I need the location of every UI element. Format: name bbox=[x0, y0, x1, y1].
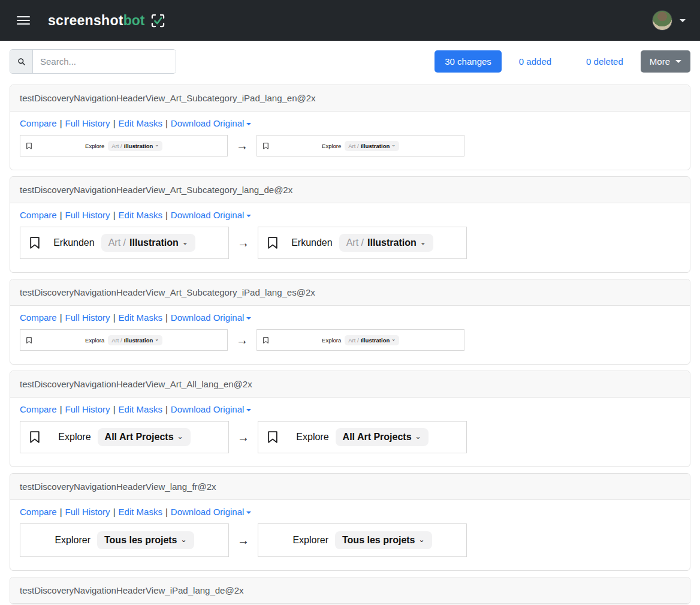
pill-chevron-down-icon: ⌄ bbox=[182, 239, 188, 246]
test-card: testDiscoveryNavigationHeaderView_lang_f… bbox=[10, 473, 690, 571]
download-original-dropdown[interactable]: Download Original bbox=[171, 210, 252, 220]
card-title: testDiscoveryNavigationHeaderView_iPad_l… bbox=[10, 577, 690, 604]
pill-chevron-down-icon: ⌄ bbox=[155, 337, 159, 342]
full-history-link[interactable]: Full History bbox=[65, 404, 110, 414]
screenshot-after[interactable]: Explorer Tous les projets⌄ bbox=[258, 523, 467, 557]
edit-masks-link[interactable]: Edit Masks bbox=[119, 118, 162, 128]
category-pill[interactable]: All Art Projects⌄ bbox=[336, 428, 429, 446]
brand-logo[interactable]: screenshotbot bbox=[48, 13, 166, 29]
screenshot-before[interactable]: Erkunden Art /Illustration⌄ bbox=[20, 227, 229, 259]
screenshot-comparison: Explorer Tous les projets⌄ → Explorer To… bbox=[20, 523, 680, 557]
compare-link[interactable]: Compare bbox=[20, 210, 57, 220]
search-group bbox=[10, 49, 176, 74]
pill-chevron-down-icon: ⌄ bbox=[420, 239, 426, 246]
test-results-list: testDiscoveryNavigationHeaderView_Art_Su… bbox=[0, 85, 700, 604]
screenshot-before[interactable]: Explore Art /Illustration⌄ bbox=[20, 135, 228, 156]
card-links: Compare|Full History|Edit Masks|Download… bbox=[20, 404, 680, 414]
bookmark-icon bbox=[30, 431, 40, 443]
screenshot-comparison: Explore Art /Illustration⌄ → Explore Art… bbox=[20, 135, 680, 156]
screenshot-comparison: Explora Art /Illustration⌄ → Explora Art… bbox=[20, 329, 680, 351]
menu-icon[interactable] bbox=[17, 16, 30, 25]
category-name: Illustration bbox=[361, 143, 390, 149]
compare-link[interactable]: Compare bbox=[20, 404, 57, 414]
brand-text: screenshot bbox=[48, 13, 123, 29]
compare-link[interactable]: Compare bbox=[20, 507, 57, 517]
deleted-link[interactable]: 0 deleted bbox=[586, 56, 623, 67]
category-pill[interactable]: Art /Illustration⌄ bbox=[345, 335, 399, 345]
edit-masks-link[interactable]: Edit Masks bbox=[119, 507, 162, 517]
screenshot-after[interactable]: Erkunden Art /Illustration⌄ bbox=[258, 227, 467, 259]
link-separator: | bbox=[165, 210, 168, 220]
link-separator: | bbox=[60, 210, 62, 220]
full-history-link[interactable]: Full History bbox=[65, 210, 110, 220]
download-original-dropdown[interactable]: Download Original bbox=[171, 118, 252, 128]
more-button[interactable]: More bbox=[641, 50, 690, 73]
category-prefix: Art / bbox=[111, 337, 122, 344]
test-card: testDiscoveryNavigationHeaderView_iPad_l… bbox=[10, 577, 690, 604]
compare-link[interactable]: Compare bbox=[20, 118, 57, 128]
screenshot-after[interactable]: Explora Art /Illustration⌄ bbox=[257, 329, 464, 351]
category-prefix: Art / bbox=[348, 143, 358, 149]
pill-chevron-down-icon: ⌄ bbox=[419, 536, 425, 543]
category-pill[interactable]: All Art Projects⌄ bbox=[98, 428, 191, 446]
pill-chevron-down-icon: ⌄ bbox=[155, 143, 159, 148]
screenshot-after[interactable]: Explore Art /Illustration⌄ bbox=[257, 135, 464, 156]
card-body: Compare|Full History|Edit Masks|Download… bbox=[10, 398, 690, 466]
category-pill[interactable]: Tous les projets⌄ bbox=[335, 531, 432, 549]
explore-label: Explore bbox=[322, 143, 341, 149]
bookmark-icon bbox=[26, 143, 32, 149]
bookmark-icon bbox=[263, 143, 268, 149]
download-original-dropdown[interactable]: Download Original bbox=[171, 404, 252, 414]
screenshot-before[interactable]: Explorer Tous les projets⌄ bbox=[20, 523, 229, 557]
compare-link[interactable]: Compare bbox=[20, 312, 57, 323]
category-name: All Art Projects bbox=[343, 432, 412, 443]
card-title: testDiscoveryNavigationHeaderView_Art_Al… bbox=[10, 371, 690, 398]
category-pill[interactable]: Tous les projets⌄ bbox=[97, 531, 194, 549]
arrow-right-icon: → bbox=[237, 534, 249, 547]
full-history-link[interactable]: Full History bbox=[65, 118, 110, 128]
changes-button[interactable]: 30 changes bbox=[435, 50, 502, 73]
full-history-link[interactable]: Full History bbox=[65, 312, 110, 323]
arrow-right-icon: → bbox=[236, 139, 248, 153]
bookmark-icon bbox=[26, 337, 32, 344]
edit-masks-link[interactable]: Edit Masks bbox=[119, 312, 162, 323]
added-link[interactable]: 0 added bbox=[519, 56, 551, 67]
download-caret-down-icon bbox=[246, 511, 251, 514]
user-avatar[interactable] bbox=[652, 10, 672, 31]
category-pill[interactable]: Art /Illustration⌄ bbox=[345, 141, 399, 151]
search-input[interactable] bbox=[33, 50, 176, 73]
link-separator: | bbox=[113, 210, 116, 220]
screenshot-after[interactable]: Explore All Art Projects⌄ bbox=[258, 421, 467, 453]
edit-masks-link[interactable]: Edit Masks bbox=[119, 210, 162, 220]
account-caret-down-icon[interactable] bbox=[680, 19, 686, 22]
link-separator: | bbox=[165, 404, 168, 414]
download-original-label: Download Original bbox=[171, 118, 245, 128]
category-name: Illustration bbox=[129, 237, 179, 248]
arrow-right-icon: → bbox=[236, 333, 248, 347]
screenshot-before[interactable]: Explore All Art Projects⌄ bbox=[20, 421, 229, 453]
full-history-link[interactable]: Full History bbox=[65, 507, 110, 517]
checkmark-logo-icon bbox=[150, 13, 166, 29]
category-pill[interactable]: Art /Illustration⌄ bbox=[101, 234, 195, 252]
category-prefix: Art / bbox=[108, 237, 126, 248]
edit-masks-link[interactable]: Edit Masks bbox=[119, 404, 162, 414]
link-separator: | bbox=[113, 118, 116, 128]
pill-chevron-down-icon: ⌄ bbox=[181, 536, 187, 543]
category-name: Tous les projets bbox=[342, 535, 415, 546]
download-original-dropdown[interactable]: Download Original bbox=[171, 507, 252, 517]
category-prefix: Art / bbox=[346, 237, 364, 248]
card-links: Compare|Full History|Edit Masks|Download… bbox=[20, 507, 680, 517]
link-separator: | bbox=[60, 118, 62, 128]
link-separator: | bbox=[60, 312, 62, 323]
card-body: Compare|Full History|Edit Masks|Download… bbox=[10, 112, 690, 170]
download-original-dropdown[interactable]: Download Original bbox=[171, 312, 252, 323]
category-name: Tous les projets bbox=[104, 535, 177, 546]
link-separator: | bbox=[113, 404, 116, 414]
category-pill[interactable]: Art /Illustration⌄ bbox=[108, 335, 162, 345]
filter-toolbar: 30 changes 0 added 0 deleted More bbox=[0, 41, 700, 85]
category-pill[interactable]: Art /Illustration⌄ bbox=[339, 234, 433, 252]
category-name: Illustration bbox=[124, 143, 153, 149]
category-name: Illustration bbox=[367, 237, 417, 248]
category-pill[interactable]: Art /Illustration⌄ bbox=[108, 141, 162, 151]
screenshot-before[interactable]: Explora Art /Illustration⌄ bbox=[20, 329, 228, 351]
